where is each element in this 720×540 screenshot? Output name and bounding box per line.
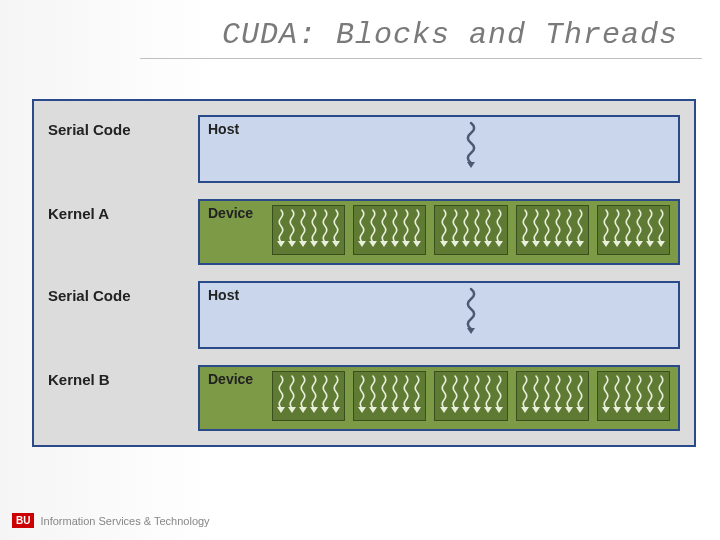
thread-squiggle-icon <box>320 208 330 252</box>
thread-squiggle-icon <box>309 208 319 252</box>
host-thread-area <box>272 121 670 173</box>
thread-block <box>272 371 345 421</box>
thread-squiggle-icon <box>439 374 449 418</box>
thread-block <box>353 205 426 255</box>
bu-logo-badge: BU <box>12 513 34 528</box>
thread-squiggle-icon <box>450 208 460 252</box>
thread-squiggle-icon <box>401 374 411 418</box>
thread-block <box>272 205 345 255</box>
thread-squiggle-icon <box>309 374 319 418</box>
thread-squiggle-icon <box>531 374 541 418</box>
thread-squiggle-icon <box>331 374 341 418</box>
box-label: Host <box>208 287 262 303</box>
thread-squiggle-icon <box>656 374 666 418</box>
thread-squiggle-icon <box>564 208 574 252</box>
thread-squiggle-icon <box>331 208 341 252</box>
thread-squiggle-icon <box>439 208 449 252</box>
thread-squiggle-icon <box>379 208 389 252</box>
thread-squiggle-icon <box>357 374 367 418</box>
thread-squiggle-icon <box>531 208 541 252</box>
thread-block <box>353 371 426 421</box>
box-label: Host <box>208 121 262 137</box>
diagram-row: Kernel BDevice <box>48 365 680 431</box>
thread-squiggle-icon <box>368 374 378 418</box>
row-label: Serial Code <box>48 281 198 349</box>
thread-squiggle-icon <box>461 374 471 418</box>
thread-squiggle-icon <box>401 208 411 252</box>
thread-block <box>597 205 670 255</box>
thread-squiggle-icon <box>542 208 552 252</box>
row-label: Kernel A <box>48 199 198 265</box>
thread-squiggle-icon <box>357 208 367 252</box>
thread-squiggle-icon <box>623 208 633 252</box>
thread-squiggle-icon <box>472 374 482 418</box>
device-box: Device <box>198 365 680 431</box>
diagram-row: Kernel ADevice <box>48 199 680 265</box>
thread-squiggle-icon <box>553 208 563 252</box>
thread-squiggle-icon <box>601 374 611 418</box>
thread-block <box>516 205 589 255</box>
row-label: Kernel B <box>48 365 198 431</box>
thread-squiggle-icon <box>287 208 297 252</box>
thread-squiggle-icon <box>612 374 622 418</box>
page-title: CUDA: Blocks and Threads <box>140 0 702 59</box>
thread-squiggle-icon <box>564 374 574 418</box>
thread-squiggle-icon <box>645 374 655 418</box>
thread-squiggle-icon <box>412 374 422 418</box>
thread-squiggle-icon <box>368 208 378 252</box>
box-label: Device <box>208 205 262 221</box>
thread-squiggle-icon <box>494 374 504 418</box>
thread-squiggle-icon <box>645 208 655 252</box>
thread-squiggle-icon <box>575 374 585 418</box>
execution-diagram: Serial CodeHost Kernel ADevice <box>32 99 696 447</box>
thread-squiggle-icon <box>472 208 482 252</box>
thread-squiggle-icon <box>483 374 493 418</box>
thread-squiggle-icon <box>379 374 389 418</box>
thread-block <box>434 205 507 255</box>
thread-squiggle-icon <box>612 208 622 252</box>
thread-squiggle-icon <box>520 208 530 252</box>
blocks-area <box>272 371 670 421</box>
thread-squiggle-icon <box>276 374 286 418</box>
box-label: Device <box>208 371 262 387</box>
thread-squiggle-icon <box>462 121 480 173</box>
thread-squiggle-icon <box>450 374 460 418</box>
thread-squiggle-icon <box>412 208 422 252</box>
blocks-area <box>272 205 670 255</box>
thread-squiggle-icon <box>298 374 308 418</box>
thread-block <box>597 371 670 421</box>
thread-squiggle-icon <box>461 208 471 252</box>
thread-squiggle-icon <box>634 208 644 252</box>
thread-squiggle-icon <box>542 374 552 418</box>
thread-squiggle-icon <box>320 374 330 418</box>
thread-squiggle-icon <box>601 208 611 252</box>
thread-squiggle-icon <box>553 374 563 418</box>
thread-squiggle-icon <box>494 208 504 252</box>
device-box: Device <box>198 199 680 265</box>
diagram-row: Serial CodeHost <box>48 115 680 183</box>
thread-block <box>434 371 507 421</box>
thread-squiggle-icon <box>634 374 644 418</box>
row-label: Serial Code <box>48 115 198 183</box>
thread-squiggle-icon <box>390 208 400 252</box>
diagram-row: Serial CodeHost <box>48 281 680 349</box>
thread-squiggle-icon <box>390 374 400 418</box>
footer-text: Information Services & Technology <box>40 515 209 527</box>
host-box: Host <box>198 115 680 183</box>
footer: BU Information Services & Technology <box>12 513 210 528</box>
thread-squiggle-icon <box>287 374 297 418</box>
thread-squiggle-icon <box>483 208 493 252</box>
thread-squiggle-icon <box>520 374 530 418</box>
thread-squiggle-icon <box>575 208 585 252</box>
host-thread-area <box>272 287 670 339</box>
host-box: Host <box>198 281 680 349</box>
thread-block <box>516 371 589 421</box>
thread-squiggle-icon <box>462 287 480 339</box>
thread-squiggle-icon <box>656 208 666 252</box>
thread-squiggle-icon <box>298 208 308 252</box>
thread-squiggle-icon <box>276 208 286 252</box>
thread-squiggle-icon <box>623 374 633 418</box>
